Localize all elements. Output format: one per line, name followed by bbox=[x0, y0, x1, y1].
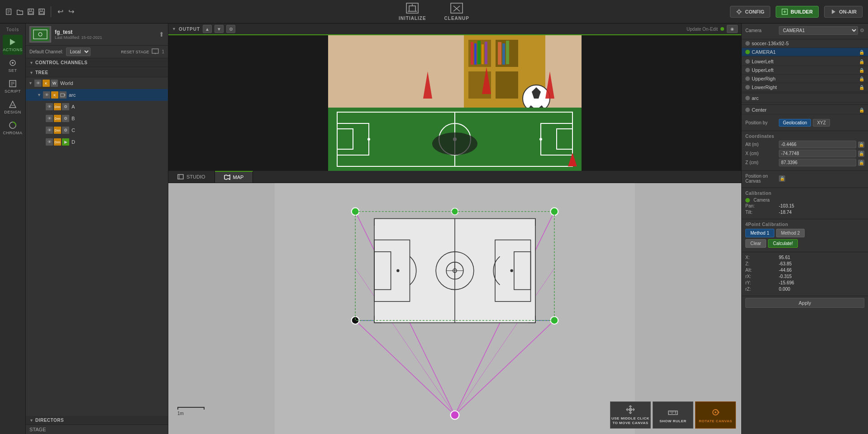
camera-sub-icon bbox=[745, 198, 750, 203]
undo-icon[interactable]: ↩ bbox=[57, 8, 64, 15]
onair-button[interactable]: ON-AIR bbox=[824, 6, 863, 18]
default-channel-select[interactable]: Local bbox=[66, 47, 91, 56]
tree-item-d[interactable]: 👁 Drm ▶ D bbox=[26, 136, 168, 148]
cam-item-upperleft[interactable]: UpperLeft 🔒 bbox=[742, 66, 868, 75]
cam-item-center-calib[interactable]: Center 🔒 bbox=[742, 106, 868, 114]
alt-label: Alt (m) bbox=[745, 142, 777, 147]
tree-item-a[interactable]: 👁 Drm ⚙ A bbox=[26, 101, 168, 113]
panel: fg_test Last Modified: 15-02-2021 ⬆ Defa… bbox=[26, 24, 168, 434]
pan-label: Pan: bbox=[745, 203, 777, 208]
method2-button[interactable]: Method 2 bbox=[776, 229, 805, 237]
svg-rect-14 bbox=[451, 3, 463, 13]
calibration-section: Calibration Camera Pan: -103.15 Tilt: -1… bbox=[742, 188, 868, 219]
calibration-list-section: arc bbox=[742, 93, 868, 104]
show-ruler-button[interactable]: SHOW RULER bbox=[653, 401, 693, 429]
directors-header[interactable]: ▼ DIRECTORS bbox=[26, 416, 168, 425]
cam-label-arc-calib: arc bbox=[752, 95, 864, 101]
cam-item-arc-calib[interactable]: arc bbox=[742, 94, 868, 103]
top-bar-right: CONFIG BUILDER ON-AIR bbox=[730, 6, 863, 18]
sidebar-tool-actions[interactable]: ACTIONS bbox=[3, 35, 23, 55]
camera-sub-label: Camera bbox=[754, 198, 785, 203]
calculate-button[interactable]: Calculate! bbox=[768, 239, 798, 248]
left-sidebar: Tools ACTIONS SET SCRIPT bbox=[0, 24, 26, 434]
xyz-button[interactable]: XYZ bbox=[813, 119, 830, 127]
lock-center-calib: 🔒 bbox=[859, 108, 864, 113]
reset-stage-button[interactable]: RESET STAGE bbox=[121, 50, 149, 54]
open-icon[interactable] bbox=[16, 8, 24, 15]
eye-icon-d[interactable]: 👁 bbox=[46, 138, 53, 146]
expand-button[interactable]: ▲ bbox=[203, 25, 212, 33]
save-as-icon[interactable]: + bbox=[38, 8, 45, 15]
camera-select[interactable]: CAMERA1 bbox=[779, 26, 858, 35]
alt-lock[interactable]: 🔒 bbox=[858, 142, 864, 148]
map-svg bbox=[168, 183, 741, 434]
alt-input[interactable] bbox=[779, 141, 856, 148]
apply-button[interactable]: Apply bbox=[745, 298, 864, 308]
tree-item-world[interactable]: ▼ 👁 K W World bbox=[26, 77, 168, 89]
sidebar-tool-set[interactable]: SET bbox=[3, 56, 23, 75]
cam-item-soccer[interactable]: soccer-136x92-5 bbox=[742, 39, 868, 48]
z-lock[interactable]: 🔒 bbox=[858, 160, 864, 166]
x-lock[interactable]: 🔒 bbox=[858, 151, 864, 157]
label-icon-c: Drm bbox=[54, 127, 61, 134]
control-channels-header[interactable]: ▼ CONTROL CHANNELS bbox=[26, 58, 168, 67]
initialize-button[interactable]: INITIALIZE bbox=[395, 0, 430, 23]
geolocation-button[interactable]: Geolocation bbox=[779, 119, 811, 127]
dot-upperleft bbox=[745, 68, 750, 72]
sidebar-tool-script[interactable]: SCRIPT bbox=[3, 76, 23, 96]
cam-item-lowerleft[interactable]: LowerLeft 🔒 bbox=[742, 57, 868, 66]
tab-map[interactable]: MAP bbox=[215, 171, 253, 183]
move-canvas-button[interactable]: USE MIDDLE CLICK TO MOVE CANVAS bbox=[610, 401, 651, 429]
rotate-canvas-button[interactable]: ROTATE CANVAS bbox=[695, 401, 736, 429]
cam-item-lowerright[interactable]: LowerRight 🔒 bbox=[742, 83, 868, 92]
sidebar-tool-chroma[interactable]: CHROMA bbox=[3, 118, 23, 138]
cam-label-center-calib: Center bbox=[752, 107, 857, 113]
upload-icon[interactable]: ⬆ bbox=[159, 31, 164, 38]
tree-item-c[interactable]: 👁 Drm ⚙ C bbox=[26, 124, 168, 136]
eye-icon[interactable]: 👁 bbox=[34, 80, 42, 87]
svg-point-121 bbox=[715, 411, 716, 413]
eye-icon-b[interactable]: 👁 bbox=[46, 115, 53, 122]
map-area[interactable]: C:\ProgramData\vizrt\VizArc\ma Units: cm bbox=[168, 183, 741, 434]
eye-icon-a[interactable]: 👁 bbox=[46, 103, 53, 110]
cam-dot-camera1 bbox=[745, 50, 750, 54]
thumb-info: fg_test Last Modified: 15-02-2021 bbox=[55, 29, 155, 40]
lock-upperleft: 🔒 bbox=[859, 68, 864, 73]
svg-point-71 bbox=[432, 132, 477, 155]
position-labels-section: LowerLeft 🔒 UpperLeft 🔒 UpperRigh 🔒 Lowe… bbox=[742, 57, 868, 93]
lock-lowerright: 🔒 bbox=[859, 85, 864, 90]
tree-section: ▼ 👁 K W World ▼ 👁 K bbox=[26, 77, 168, 416]
monitor-icon[interactable] bbox=[152, 48, 159, 56]
camera-settings-icon[interactable]: ⚙ bbox=[860, 28, 864, 33]
builder-button[interactable]: BUILDER bbox=[776, 6, 819, 18]
new-icon[interactable] bbox=[5, 8, 13, 15]
eye-icon-c[interactable]: 👁 bbox=[46, 127, 53, 134]
clear-button[interactable]: Clear bbox=[745, 239, 766, 248]
redo-icon[interactable]: ↪ bbox=[67, 8, 75, 15]
cleanup-button[interactable]: CLEANUP bbox=[441, 0, 473, 23]
sidebar-tool-design[interactable]: DESIGN bbox=[3, 97, 23, 117]
tree-header[interactable]: ▼ TREE bbox=[26, 68, 168, 77]
config-button[interactable]: CONFIG bbox=[730, 6, 770, 18]
lock-icon-camera1: 🔒 bbox=[859, 50, 864, 55]
tree-item-arc[interactable]: ▼ 👁 K arc bbox=[26, 89, 168, 101]
settings-output-button[interactable]: ⚙ bbox=[226, 25, 235, 33]
monitor-count: 1 bbox=[162, 49, 164, 54]
tree-item-b[interactable]: 👁 Drm ⚙ B bbox=[26, 113, 168, 124]
toggle-button[interactable]: ◉ bbox=[727, 25, 738, 33]
cam-item-upperright[interactable]: UpperRigh 🔒 bbox=[742, 75, 868, 83]
x-input[interactable] bbox=[779, 150, 856, 157]
position-canvas-lock[interactable]: 🔒 bbox=[779, 175, 785, 182]
collapse-button[interactable]: ▼ bbox=[215, 25, 224, 33]
eye-icon-arc[interactable]: 👁 bbox=[43, 91, 50, 99]
tab-studio[interactable]: STUDIO bbox=[168, 171, 215, 183]
svg-rect-50 bbox=[485, 42, 487, 64]
x-coord-label: X: bbox=[745, 255, 777, 260]
z-input[interactable] bbox=[779, 159, 856, 166]
cam-item-camera1[interactable]: CAMERA1 🔒 bbox=[742, 48, 868, 57]
position-by-section: Position by Geolocation XYZ bbox=[742, 116, 868, 131]
save-icon[interactable] bbox=[27, 8, 34, 15]
svg-point-24 bbox=[12, 62, 14, 64]
right-panel: Camera CAMERA1 ⚙ soccer-136x92-5 CAMERA1… bbox=[741, 24, 868, 434]
method1-button[interactable]: Method 1 bbox=[745, 229, 774, 237]
